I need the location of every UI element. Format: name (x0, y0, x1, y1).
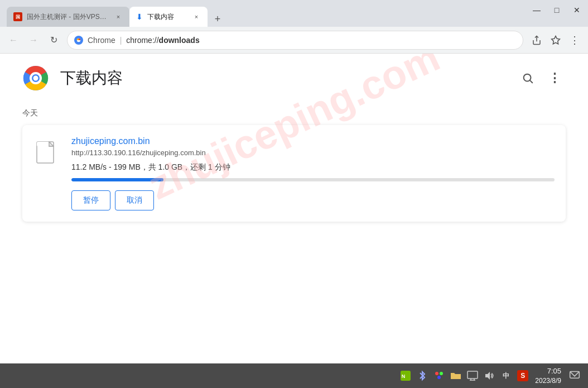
address-text: Chrome | chrome://downloads (88, 36, 516, 45)
volume-icon[interactable] (484, 370, 495, 381)
svg-point-16 (435, 372, 438, 375)
forward-button[interactable]: → (25, 31, 42, 49)
progress-bar-container (71, 178, 555, 181)
sougou-icon[interactable]: S (517, 370, 528, 381)
file-icon-svg (36, 141, 58, 169)
chrome-logo (22, 65, 49, 92)
new-tab-button[interactable]: + (210, 11, 225, 27)
tab-2[interactable]: ⬇ 下载内容 × (129, 7, 208, 27)
tab-1-favicon: 国 (13, 12, 22, 21)
back-button[interactable]: ← (4, 31, 22, 49)
address-bar[interactable]: Chrome | chrome://downloads (67, 31, 523, 50)
progress-bar-fill (71, 178, 163, 181)
taskbar-date: 2023/8/9 (535, 376, 561, 386)
bookmark-button[interactable] (547, 31, 565, 49)
close-button[interactable]: ✕ (572, 6, 581, 15)
color-icon[interactable] (433, 370, 445, 381)
share-button[interactable] (528, 31, 546, 49)
nav-right-buttons: ⋮ (528, 31, 584, 49)
address-bold: downloads (159, 36, 200, 45)
address-bar-icon (74, 36, 83, 45)
minimize-button[interactable]: — (532, 6, 541, 15)
taskbar-clock: 7:05 (535, 366, 561, 376)
cancel-button[interactable]: 取消 (115, 190, 154, 210)
tab-2-favicon: ⬇ (136, 12, 143, 21)
svg-rect-19 (467, 371, 478, 379)
download-status: 11.2 MB/s - 199 MB，共 1.0 GB，还剩 1 分钟 (71, 162, 555, 173)
folder-icon[interactable] (450, 370, 461, 381)
window-controls: — □ ✕ (532, 6, 581, 15)
pause-button[interactable]: 暂停 (71, 190, 110, 210)
tab-list: 国 国外主机测评 - 国外VPS，E × ⬇ 下载内容 × + (4, 7, 225, 27)
refresh-button[interactable]: ↻ (45, 31, 62, 49)
download-card: zhujiceping.com.bin http://113.30.190.11… (22, 125, 566, 222)
address-separator: | (120, 36, 124, 45)
tab-1-title: 国外主机测评 - 国外VPS，E (27, 12, 109, 22)
svg-marker-3 (552, 36, 560, 44)
notification-icon[interactable] (568, 369, 581, 382)
navigation-bar: ← → ↻ Chrome | chrome://downloads (0, 27, 588, 54)
tab-2-close[interactable]: × (192, 12, 201, 21)
tab-1-close[interactable]: × (114, 12, 123, 21)
taskbar-icons: N (400, 370, 528, 381)
page-header: 下载内容 ⋮ (22, 65, 566, 92)
nav-menu-button[interactable]: ⋮ (566, 31, 584, 49)
svg-rect-13 (37, 142, 49, 146)
taskbar: N (0, 363, 588, 388)
browser-window: 国 国外主机测评 - 国外VPS，E × ⬇ 下载内容 × + — □ ✕ ← … (0, 0, 588, 388)
section-today-label: 今天 (22, 108, 566, 118)
download-url: http://113.30.190.116/zhujiceping.com.bi… (71, 149, 555, 157)
more-options-button[interactable]: ⋮ (543, 67, 566, 89)
download-actions: 暂停 取消 (71, 190, 555, 210)
bluetooth-icon[interactable] (417, 370, 428, 381)
taskbar-time: 7:05 2023/8/9 (535, 366, 561, 386)
tab-1[interactable]: 国 国外主机测评 - 国外VPS，E × (7, 7, 129, 27)
download-filename[interactable]: zhujiceping.com.bin (71, 136, 555, 146)
svg-line-11 (530, 80, 532, 83)
file-icon (33, 138, 60, 172)
address-chrome: Chrome (88, 36, 115, 45)
address-prefix: chrome:// (126, 36, 158, 45)
monitor-icon[interactable] (467, 370, 478, 381)
svg-point-18 (437, 376, 441, 379)
nvidia-icon[interactable]: N (400, 370, 411, 381)
title-bar: 国 国外主机测评 - 国外VPS，E × ⬇ 下载内容 × + — □ ✕ (0, 0, 588, 27)
svg-point-17 (440, 372, 443, 375)
page-title: 下载内容 (60, 68, 123, 89)
svg-point-9 (33, 76, 38, 81)
svg-marker-23 (485, 372, 490, 380)
page-content: zhujiceping.com (0, 54, 588, 363)
svg-text:N: N (402, 373, 406, 379)
download-info: zhujiceping.com.bin http://113.30.190.11… (71, 136, 555, 210)
maximize-button[interactable]: □ (552, 6, 561, 15)
language-icon[interactable]: 中 (500, 370, 512, 381)
page-header-actions: ⋮ (517, 67, 566, 89)
tab-2-title: 下载内容 (147, 12, 187, 22)
search-button[interactable] (517, 67, 539, 89)
